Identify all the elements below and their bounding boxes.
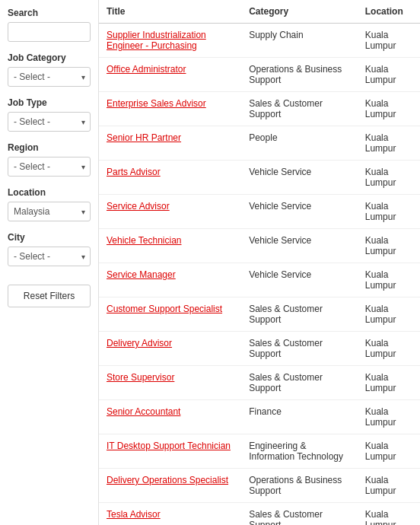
job-category-cell: Vehicle Service [241, 263, 358, 298]
table-row: Senior AccountantFinanceKuala Lumpur [99, 400, 420, 434]
column-header-category: Category [241, 0, 358, 24]
job-category-cell: Sales & Customer Support [241, 503, 358, 526]
job-title-cell: Vehicle Technician [99, 229, 241, 263]
city-label: City [8, 232, 91, 243]
job-title-cell: Service Advisor [99, 195, 241, 229]
job-title-link[interactable]: Senior Accountant [107, 406, 180, 417]
job-location-cell: Kuala Lumpur [358, 92, 420, 126]
job-location-cell: Kuala Lumpur [358, 503, 420, 526]
region-section: Region - Select -Asia PacificNorth Ameri… [8, 142, 91, 177]
city-select-wrapper: - Select -Kuala LumpurPetaling Jaya ▾ [8, 247, 91, 266]
main-content: Title Category Location Supplier Industr… [99, 0, 420, 525]
region-select-wrapper: - Select -Asia PacificNorth AmericaEurop… [8, 157, 91, 177]
job-category-section: Job Category - Select -EngineeringFinanc… [8, 52, 91, 87]
table-row: Enterprise Sales AdvisorSales & Customer… [99, 92, 420, 126]
job-location-cell: Kuala Lumpur [358, 366, 420, 400]
table-row: Delivery AdvisorSales & Customer Support… [99, 332, 420, 366]
job-type-label: Job Type [8, 97, 91, 108]
job-title-link[interactable]: Vehicle Technician [107, 235, 182, 246]
jobs-table: Title Category Location Supplier Industr… [99, 0, 420, 525]
location-select[interactable]: MalaysiaSingaporeThailandIndonesia [8, 202, 91, 221]
job-title-link[interactable]: Store Supervisor [107, 372, 174, 383]
job-location-cell: Kuala Lumpur [358, 195, 420, 229]
column-header-title: Title [99, 0, 241, 24]
job-title-cell: Office Administrator [99, 58, 241, 92]
job-type-select-wrapper: - Select -Full-timePart-timeContract ▾ [8, 112, 91, 132]
job-title-cell: Store Supervisor [99, 366, 241, 400]
table-row: IT Desktop Support TechnicianEngineering… [99, 434, 420, 469]
job-location-cell: Kuala Lumpur [358, 229, 420, 263]
job-title-cell: Supplier Industrialization Engineer - Pu… [99, 24, 241, 58]
table-row: Supplier Industrialization Engineer - Pu… [99, 24, 420, 58]
job-title-link[interactable]: Enterprise Sales Advisor [107, 98, 206, 109]
job-location-cell: Kuala Lumpur [358, 434, 420, 469]
job-category-cell: Engineering & Information Technology [241, 434, 358, 469]
job-title-cell: Senior Accountant [99, 400, 241, 434]
job-location-cell: Kuala Lumpur [358, 298, 420, 332]
job-title-cell: Tesla Advisor [99, 503, 241, 526]
job-title-cell: IT Desktop Support Technician [99, 434, 241, 469]
job-location-cell: Kuala Lumpur [358, 58, 420, 92]
reset-filters-button[interactable]: Reset Filters [8, 285, 91, 307]
job-category-cell: Sales & Customer Support [241, 298, 358, 332]
job-title-link[interactable]: Senior HR Partner [107, 132, 181, 143]
job-title-link[interactable]: Parts Advisor [107, 167, 161, 177]
search-label: Search [8, 8, 91, 18]
column-header-location: Location [358, 0, 420, 24]
job-category-cell: Operations & Business Support [241, 58, 358, 92]
job-title-cell: Delivery Operations Specialist [99, 469, 241, 503]
table-row: Delivery Operations SpecialistOperations… [99, 469, 420, 503]
job-title-cell: Delivery Advisor [99, 332, 241, 366]
job-category-select-wrapper: - Select -EngineeringFinanceOperations &… [8, 67, 91, 87]
job-title-cell: Parts Advisor [99, 161, 241, 195]
job-location-cell: Kuala Lumpur [358, 126, 420, 161]
search-section: Search [8, 8, 91, 42]
job-title-link[interactable]: Delivery Operations Specialist [107, 475, 228, 485]
location-select-wrapper: MalaysiaSingaporeThailandIndonesia ▾ [8, 202, 91, 221]
table-row: Senior HR PartnerPeopleKuala Lumpur [99, 126, 420, 161]
job-title-link[interactable]: Office Administrator [107, 64, 186, 75]
job-title-link[interactable]: Delivery Advisor [107, 338, 172, 348]
job-location-cell: Kuala Lumpur [358, 263, 420, 298]
table-row: Service ManagerVehicle ServiceKuala Lump… [99, 263, 420, 298]
job-title-cell: Customer Support Specialist [99, 298, 241, 332]
job-category-cell: Finance [241, 400, 358, 434]
job-category-cell: Vehicle Service [241, 195, 358, 229]
location-section: Location MalaysiaSingaporeThailandIndone… [8, 187, 91, 221]
job-type-section: Job Type - Select -Full-timePart-timeCon… [8, 97, 91, 132]
table-row: Vehicle TechnicianVehicle ServiceKuala L… [99, 229, 420, 263]
table-header-row: Title Category Location [99, 0, 420, 24]
job-type-select[interactable]: - Select -Full-timePart-timeContract [8, 112, 91, 132]
job-category-cell: Vehicle Service [241, 229, 358, 263]
city-select[interactable]: - Select -Kuala LumpurPetaling Jaya [8, 247, 91, 266]
job-title-link[interactable]: Supplier Industrialization Engineer - Pu… [107, 30, 206, 51]
table-row: Service AdvisorVehicle ServiceKuala Lump… [99, 195, 420, 229]
job-title-link[interactable]: Service Manager [107, 269, 176, 280]
table-row: Customer Support SpecialistSales & Custo… [99, 298, 420, 332]
table-row: Store SupervisorSales & Customer Support… [99, 366, 420, 400]
job-location-cell: Kuala Lumpur [358, 400, 420, 434]
table-row: Office AdministratorOperations & Busines… [99, 58, 420, 92]
region-select[interactable]: - Select -Asia PacificNorth AmericaEurop… [8, 157, 91, 177]
location-label: Location [8, 187, 91, 198]
job-category-label: Job Category [8, 52, 91, 63]
city-section: City - Select -Kuala LumpurPetaling Jaya… [8, 232, 91, 266]
job-title-cell: Senior HR Partner [99, 126, 241, 161]
job-title-link[interactable]: Tesla Advisor [107, 509, 161, 520]
job-category-cell: Sales & Customer Support [241, 366, 358, 400]
job-location-cell: Kuala Lumpur [358, 161, 420, 195]
job-category-cell: Supply Chain [241, 24, 358, 58]
job-title-link[interactable]: Service Advisor [107, 201, 170, 212]
job-title-link[interactable]: Customer Support Specialist [107, 304, 222, 314]
job-category-cell: Sales & Customer Support [241, 332, 358, 366]
job-category-cell: Sales & Customer Support [241, 92, 358, 126]
job-category-cell: People [241, 126, 358, 161]
job-category-cell: Operations & Business Support [241, 469, 358, 503]
job-location-cell: Kuala Lumpur [358, 332, 420, 366]
job-location-cell: Kuala Lumpur [358, 24, 420, 58]
job-category-select[interactable]: - Select -EngineeringFinanceOperations &… [8, 67, 91, 87]
job-location-cell: Kuala Lumpur [358, 469, 420, 503]
job-title-link[interactable]: IT Desktop Support Technician [107, 441, 231, 451]
table-row: Tesla AdvisorSales & Customer SupportKua… [99, 503, 420, 526]
search-input[interactable] [8, 22, 91, 42]
